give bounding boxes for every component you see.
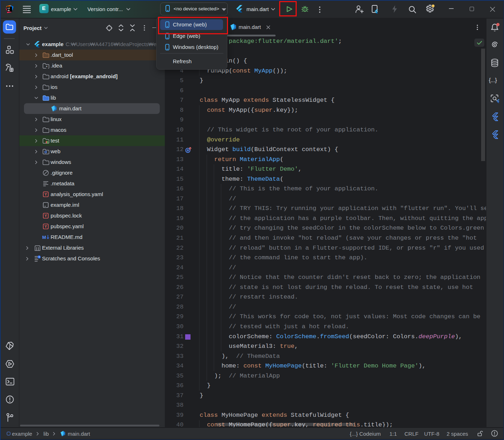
svg-text:Y: Y [44, 224, 47, 229]
svg-text:IJ: IJ [8, 7, 10, 9]
svg-text:M: M [42, 235, 46, 240]
svg-text:*: * [46, 65, 47, 69]
svg-text:Y: Y [44, 214, 47, 218]
svg-text:Y: Y [44, 192, 47, 196]
